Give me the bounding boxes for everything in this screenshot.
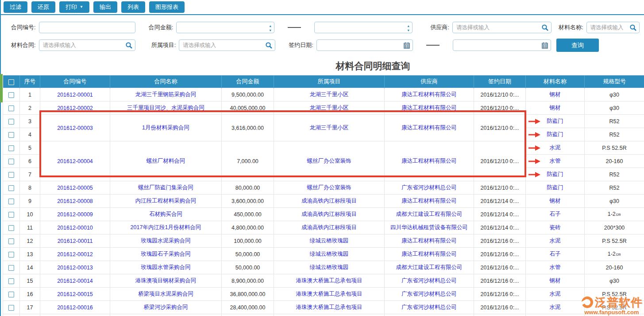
project-link[interactable]: 螺丝厂办公室装饰 (274, 181, 385, 195)
material-link[interactable]: 水泥 (526, 301, 585, 314)
project-link[interactable]: 港珠澳大桥施工总承包项目 (274, 288, 385, 301)
material-link[interactable]: 石子 (526, 248, 585, 261)
spinner-up-icon[interactable]: ▲ (269, 24, 272, 27)
contract-name-link[interactable]: 1月份材料采购合同 (110, 115, 222, 141)
contract-code-link[interactable]: 201612-00010 (40, 221, 110, 234)
row-checkbox[interactable] (8, 119, 14, 125)
contract-name-link[interactable]: 玫瑰园水管采购合同 (110, 261, 222, 274)
contract-code-link[interactable]: 201612-00014 (40, 274, 110, 288)
material-link[interactable]: 水泥 (526, 234, 585, 248)
supplier-link[interactable]: 广东省河沙材料总公司 (385, 274, 474, 288)
contract-name-link[interactable]: 三千里项目河沙、水泥采购合同 (110, 101, 222, 115)
contract-name-link[interactable]: 螺丝厂防盗门集采合同 (110, 181, 222, 195)
contract-name-link[interactable]: 桥梁项目水泥采购合同 (110, 288, 222, 301)
contract-code-link[interactable]: 201612-00011 (40, 234, 110, 248)
supplier-input[interactable] (453, 24, 541, 31)
contract-name-link[interactable]: 龙湖三千里钢筋采购合同 (110, 88, 222, 101)
row-checkbox[interactable] (8, 199, 14, 204)
spinner-control[interactable]: ▲▼ (407, 23, 410, 32)
row-checkbox[interactable] (8, 172, 14, 178)
material-contract-input[interactable] (39, 42, 125, 48)
query-button[interactable]: 查询 (556, 39, 599, 52)
search-icon[interactable] (629, 24, 636, 31)
project-link[interactable]: 龙湖三千里小区 (274, 101, 385, 115)
supplier-link[interactable]: 康达工程材料有限公司 (385, 101, 474, 115)
project-link[interactable]: 绿城云栖玫瑰园 (274, 261, 385, 274)
supplier-link[interactable]: 广东省河沙材料总公司 (385, 301, 474, 314)
row-checkbox[interactable] (8, 132, 14, 138)
select-all-checkbox[interactable] (8, 79, 14, 85)
amount-from-input[interactable] (177, 24, 274, 31)
filter-button[interactable]: 过滤 (4, 1, 27, 13)
contract-code-input[interactable] (39, 24, 135, 31)
calendar-icon[interactable] (542, 42, 548, 49)
supplier-link[interactable]: 康达工程材料有限公司 (385, 88, 474, 101)
contract-code-link[interactable]: 201612-00009 (40, 208, 110, 221)
material-link[interactable]: 水泥 (526, 141, 585, 155)
material-link[interactable]: 钢材 (526, 274, 585, 288)
material-link[interactable]: 钢材 (526, 88, 585, 101)
supplier-link[interactable]: 康达工程材料有限公司 (385, 141, 474, 181)
material-link[interactable]: 钢材 (526, 101, 585, 115)
contract-name-link[interactable]: 桥梁河沙采购合同 (110, 301, 222, 314)
contract-code-link[interactable]: 201612-00015 (40, 288, 110, 301)
calendar-icon[interactable] (404, 42, 410, 49)
export-button[interactable]: 输出 (93, 1, 117, 13)
material-link[interactable]: 防盗门 (526, 168, 585, 181)
supplier-link[interactable]: 广东省河沙材料总公司 (385, 288, 474, 301)
material-name-input[interactable] (587, 24, 629, 31)
project-link[interactable]: 成渝高铁内江标段项目 (274, 208, 385, 221)
row-checkbox[interactable] (8, 145, 14, 151)
material-link[interactable]: 防盗门 (526, 128, 585, 141)
row-checkbox[interactable] (8, 252, 14, 257)
supplier-link[interactable]: 康达工程材料有限公司 (385, 115, 474, 141)
row-checkbox[interactable] (8, 92, 14, 98)
contract-name-link[interactable]: 内江段工程材料采购合同 (110, 195, 222, 208)
contract-code-link[interactable]: 201612-00004 (40, 141, 110, 181)
material-link[interactable]: 防盗门 (526, 115, 585, 128)
row-checkbox[interactable] (8, 278, 14, 284)
search-icon[interactable] (265, 42, 272, 49)
project-link[interactable]: 港珠澳大桥施工总承包项目 (274, 301, 385, 314)
row-checkbox[interactable] (8, 305, 14, 311)
row-checkbox[interactable] (8, 159, 14, 164)
spinner-down-icon[interactable]: ▼ (407, 29, 410, 32)
list-button[interactable]: 列表 (121, 1, 145, 13)
row-checkbox[interactable] (8, 265, 14, 271)
row-checkbox[interactable] (8, 225, 14, 231)
project-link[interactable]: 成渝高铁内江标段项目 (274, 221, 385, 234)
row-checkbox[interactable] (8, 238, 14, 244)
supplier-link[interactable]: 四川华达机械租赁设备有限公司 (385, 221, 474, 234)
project-input[interactable] (179, 42, 265, 48)
sign-date-from-input[interactable] (317, 42, 404, 48)
material-link[interactable]: 钢材 (526, 195, 585, 208)
material-link[interactable]: 水管 (526, 261, 585, 274)
row-checkbox[interactable] (8, 292, 14, 297)
project-link[interactable]: 螺丝厂办公室装饰 (274, 141, 385, 181)
project-link[interactable]: 绿城云栖玫瑰园 (274, 234, 385, 248)
material-link[interactable]: 防盗门 (526, 181, 585, 195)
contract-name-link[interactable]: 玫瑰园水泥采购合同 (110, 234, 222, 248)
supplier-link[interactable]: 康达工程材料有限公司 (385, 234, 474, 248)
contract-code-link[interactable]: 201612-00003 (40, 115, 110, 141)
project-link[interactable]: 港珠澳大桥施工总承包项目 (274, 274, 385, 288)
project-link[interactable]: 龙湖三千里小区 (274, 115, 385, 141)
supplier-link[interactable]: 成都大江建设工程有限公司 (385, 261, 474, 274)
contract-code-link[interactable]: 201612-00005 (40, 181, 110, 195)
project-link[interactable]: 龙湖三千里小区 (274, 88, 385, 101)
restore-button[interactable]: 还原 (31, 1, 55, 13)
spinner-down-icon[interactable]: ▼ (269, 29, 272, 32)
contract-code-link[interactable]: 201612-00001 (40, 88, 110, 101)
contract-code-link[interactable]: 201612-00002 (40, 101, 110, 115)
contract-code-link[interactable]: 201612-00013 (40, 261, 110, 274)
contract-code-link[interactable]: 201612-00008 (40, 195, 110, 208)
row-checkbox[interactable] (8, 185, 14, 191)
chart-report-button[interactable]: 图形报表 (149, 1, 185, 13)
row-checkbox[interactable] (8, 105, 14, 111)
search-icon[interactable] (541, 24, 548, 31)
material-link[interactable]: 水管 (526, 155, 585, 168)
contract-name-link[interactable]: 石材购买合同 (110, 208, 222, 221)
project-link[interactable]: 成渝高铁内江标段项目 (274, 195, 385, 208)
contract-name-link[interactable]: 2017年内江段1月份材料合同 (110, 221, 222, 234)
contract-name-link[interactable]: 港珠澳项目钢材采购合同 (110, 274, 222, 288)
